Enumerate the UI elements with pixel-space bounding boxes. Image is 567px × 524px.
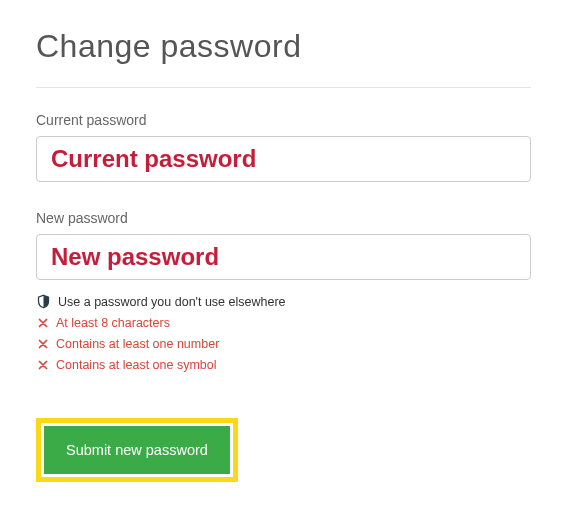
submit-highlight: Submit new password — [36, 418, 238, 482]
validation-rule: Contains at least one number — [36, 337, 531, 351]
page-title: Change password — [36, 28, 531, 65]
current-password-label: Current password — [36, 112, 531, 128]
new-password-group: New password Use a password you don't us… — [36, 210, 531, 372]
x-icon — [36, 338, 49, 351]
submit-button[interactable]: Submit new password — [44, 426, 230, 474]
x-icon — [36, 317, 49, 330]
current-password-group: Current password — [36, 112, 531, 182]
validation-rule: Contains at least one symbol — [36, 358, 531, 372]
shield-icon — [36, 294, 51, 309]
x-icon — [36, 359, 49, 372]
validation-info: Use a password you don't use elsewhere — [36, 294, 531, 309]
validation-rule-text: At least 8 characters — [56, 316, 170, 330]
new-password-label: New password — [36, 210, 531, 226]
validation-rule-text: Contains at least one number — [56, 337, 219, 351]
current-password-input[interactable] — [36, 136, 531, 182]
validation-rule-text: Contains at least one symbol — [56, 358, 217, 372]
validation-list: Use a password you don't use elsewhere A… — [36, 294, 531, 372]
validation-info-text: Use a password you don't use elsewhere — [58, 295, 286, 309]
divider — [36, 87, 531, 88]
validation-rule: At least 8 characters — [36, 316, 531, 330]
new-password-input[interactable] — [36, 234, 531, 280]
